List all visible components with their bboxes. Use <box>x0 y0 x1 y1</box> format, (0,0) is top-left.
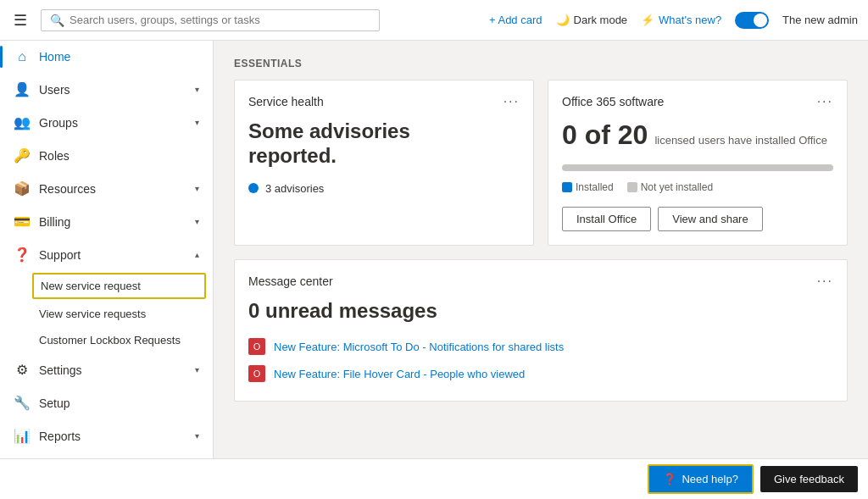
office-count: 0 of 20 <box>562 119 648 151</box>
sidebar-item-setup[interactable]: 🔧 Setup <box>0 386 213 419</box>
give-feedback-button[interactable]: Give feedback <box>760 466 858 492</box>
card-header: Service health ··· <box>248 94 520 109</box>
office-subtitle: licensed users have installed Office <box>654 134 827 147</box>
card-title: Office 365 software <box>562 95 664 108</box>
sidebar: ⌂ Home 👤 Users ▾ 👥 Groups ▾ 🔑 Roles 📦 Re… <box>0 41 214 458</box>
support-icon: ❓ <box>14 247 31 263</box>
whats-new-button[interactable]: ⚡ What's new? <box>641 14 721 26</box>
lightning-icon: ⚡ <box>641 14 654 26</box>
reports-icon: 📊 <box>14 428 31 444</box>
office365-card: Office 365 software ··· 0 of 20 licensed… <box>548 80 848 246</box>
legend: Installed Not yet installed <box>562 181 833 193</box>
setup-icon: 🔧 <box>14 395 31 411</box>
search-bar[interactable]: 🔍 <box>41 9 380 31</box>
home-icon: ⌂ <box>14 49 31 64</box>
chevron-down-icon: ▾ <box>195 431 199 441</box>
advisory-dot <box>248 183 259 193</box>
topbar: ☰ 🔍 + Add card 🌙 Dark mode ⚡ What's new?… <box>0 0 868 41</box>
card-title: Message center <box>248 274 333 288</box>
message-center-card: Message center ··· 0 unread messages O N… <box>234 259 848 402</box>
card-menu-button[interactable]: ··· <box>817 274 833 289</box>
sidebar-item-home[interactable]: ⌂ Home <box>0 41 213 73</box>
advisory-count: 3 advisories <box>265 182 324 195</box>
card-header: Office 365 software ··· <box>562 94 833 109</box>
dark-mode-button[interactable]: 🌙 Dark mode <box>556 14 628 26</box>
card-buttons: Install Office View and share <box>562 207 833 231</box>
sidebar-item-customer-lockbox[interactable]: Customer Lockbox Requests <box>0 327 213 353</box>
sidebar-item-health[interactable]: ❤ Health ▾ <box>0 452 213 458</box>
card-header: Message center ··· <box>248 274 833 289</box>
moon-icon: 🌙 <box>556 14 570 26</box>
card-title: Service health <box>248 95 324 108</box>
sidebar-item-roles[interactable]: 🔑 Roles <box>0 139 213 172</box>
help-circle-icon: ❓ <box>663 473 676 485</box>
body-layout: ⌂ Home 👤 Users ▾ 👥 Groups ▾ 🔑 Roles 📦 Re… <box>0 41 868 458</box>
essentials-title: Essentials <box>234 58 848 69</box>
sidebar-item-groups[interactable]: 👥 Groups ▾ <box>0 106 213 139</box>
sidebar-item-resources[interactable]: 📦 Resources ▾ <box>0 172 213 205</box>
admin-label: The new admin <box>782 14 858 26</box>
cards-row-top: Service health ··· Some advisories repor… <box>234 80 848 246</box>
legend-installed: Installed <box>562 181 614 193</box>
sidebar-item-billing[interactable]: 💳 Billing ▾ <box>0 205 213 238</box>
service-health-card: Service health ··· Some advisories repor… <box>234 80 534 246</box>
hamburger-menu[interactable]: ☰ <box>10 8 31 33</box>
sidebar-item-label: Home <box>39 50 199 64</box>
service-health-main-text: Some advisories reported. <box>248 119 520 169</box>
groups-icon: 👥 <box>14 114 31 130</box>
chevron-up-icon: ▴ <box>195 250 199 259</box>
progress-bar-fill <box>562 164 833 171</box>
sidebar-item-reports[interactable]: 📊 Reports ▾ <box>0 419 213 452</box>
need-help-button[interactable]: ❓ Need help? <box>648 464 754 494</box>
installed-color <box>562 182 572 192</box>
new-admin-toggle[interactable] <box>735 12 769 29</box>
office-icon: O <box>248 338 265 355</box>
topbar-actions: + Add card 🌙 Dark mode ⚡ What's new? The… <box>489 12 858 29</box>
billing-icon: 💳 <box>14 213 31 230</box>
office-icon: O <box>248 365 265 382</box>
settings-icon: ⚙ <box>14 362 31 378</box>
main-content: Essentials Service health ··· Some advis… <box>214 41 868 458</box>
progress-bar <box>562 164 833 171</box>
message-item-2[interactable]: O New Feature: File Hover Card - People … <box>248 360 833 387</box>
chevron-down-icon: ▾ <box>195 365 199 374</box>
message-text: New Feature: Microsoft To Do - Notificat… <box>274 341 564 353</box>
add-card-button[interactable]: + Add card <box>489 14 542 26</box>
sidebar-item-support[interactable]: ❓ Support ▴ <box>0 238 213 271</box>
not-installed-color <box>627 182 637 192</box>
chevron-down-icon: ▾ <box>195 118 199 127</box>
chevron-down-icon: ▾ <box>195 85 199 94</box>
install-office-button[interactable]: Install Office <box>562 207 651 231</box>
view-share-button[interactable]: View and share <box>658 207 762 231</box>
unread-title: 0 unread messages <box>248 299 833 323</box>
sidebar-item-settings[interactable]: ⚙ Settings ▾ <box>0 353 213 386</box>
chevron-down-icon: ▾ <box>195 184 199 193</box>
card-menu-button[interactable]: ··· <box>504 94 520 109</box>
message-text: New Feature: File Hover Card - People wh… <box>274 368 525 380</box>
card-menu-button[interactable]: ··· <box>817 94 833 109</box>
advisory-item: 3 advisories <box>248 182 520 195</box>
users-icon: 👤 <box>14 81 31 97</box>
chevron-down-icon: ▾ <box>195 217 199 226</box>
search-input[interactable] <box>70 14 370 26</box>
bottom-bar: ❓ Need help? Give feedback <box>0 458 868 499</box>
office-count-row: 0 of 20 licensed users have installed Of… <box>562 119 833 154</box>
roles-icon: 🔑 <box>14 147 31 164</box>
message-item-1[interactable]: O New Feature: Microsoft To Do - Notific… <box>248 333 833 360</box>
legend-not-installed: Not yet installed <box>627 181 713 193</box>
resources-icon: 📦 <box>14 180 31 197</box>
sidebar-item-new-service-request[interactable]: New service request <box>32 273 206 299</box>
search-icon: 🔍 <box>50 14 64 27</box>
sidebar-item-users[interactable]: 👤 Users ▾ <box>0 73 213 106</box>
sidebar-item-view-service-requests[interactable]: View service requests <box>0 301 213 327</box>
